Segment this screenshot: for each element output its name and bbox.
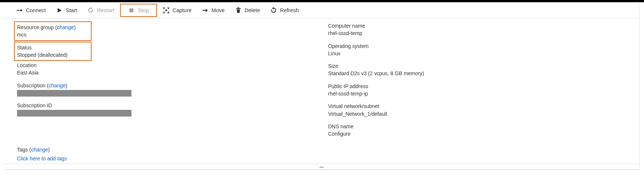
vnet-label: Virtual network/subnet	[328, 102, 640, 110]
capture-icon	[163, 7, 169, 14]
start-label: Start	[66, 7, 77, 13]
location-prop: Location East Asia	[17, 62, 328, 77]
computer-name-prop: Computer name rhel-sssd-temp	[328, 22, 640, 37]
size-value: Standard D2s v3 (2 vcpus, 8 GB memory)	[328, 70, 640, 77]
move-button[interactable]: Move	[198, 4, 229, 17]
public-ip-value[interactable]: rhel-sssd-temp-ip	[328, 90, 640, 97]
subscription-label-text: Subscription	[17, 83, 45, 88]
subscription-id-value-redacted	[17, 110, 131, 116]
resource-group-value[interactable]: mcs	[17, 31, 91, 38]
chevron-up-icon: ︽	[319, 163, 324, 169]
status-label: Status	[17, 44, 91, 51]
location-label: Location	[17, 62, 328, 69]
refresh-button[interactable]: Refresh	[266, 4, 303, 17]
dns-label: DNS name	[328, 123, 640, 130]
subscription-value-redacted	[17, 90, 131, 97]
restart-icon	[88, 7, 94, 14]
subscription-id-label: Subscription ID	[17, 102, 328, 109]
tags-label-row: Tags (change)	[17, 147, 639, 153]
resource-group-label: Resource group (change)	[17, 24, 91, 31]
capture-button[interactable]: Capture	[158, 4, 196, 17]
os-label: Operating system	[328, 42, 640, 50]
overview-content: Resource group (change) mcs Status Stopp…	[4, 18, 639, 144]
subscription-change-link[interactable]: change	[49, 83, 66, 88]
refresh-icon	[270, 7, 277, 14]
os-value: Linux	[328, 50, 640, 57]
restart-label: Restart	[97, 7, 114, 13]
public-ip-label: Public IP address	[328, 83, 640, 90]
location-value: East Asia	[17, 69, 328, 76]
move-label: Move	[212, 7, 225, 13]
capture-label: Capture	[172, 7, 192, 13]
resource-group-highlight: Resource group (change) mcs	[14, 21, 92, 41]
connect-label: Connect	[26, 7, 46, 13]
delete-button[interactable]: Delete	[230, 4, 264, 17]
public-ip-prop: Public IP address rhel-sssd-temp-ip	[328, 83, 640, 98]
computer-name-value: rhel-sssd-temp	[328, 29, 640, 37]
delete-label: Delete	[244, 7, 260, 13]
right-column: Computer name rhel-sssd-temp Operating s…	[328, 21, 640, 143]
subscription-label: Subscription (change)	[17, 82, 328, 89]
status-prop: Status Stopped (deallocated)	[17, 44, 91, 59]
resource-group-prop: Resource group (change) mcs	[17, 24, 91, 39]
restart-button: Restart	[83, 4, 119, 17]
dns-prop: DNS name Configure	[328, 123, 640, 138]
add-tags-link[interactable]: Click here to add tags	[17, 156, 639, 161]
resource-group-label-text: Resource group	[17, 24, 54, 30]
subscription-prop: Subscription (change)	[17, 82, 328, 97]
computer-name-label: Computer name	[328, 22, 640, 29]
size-label: Size	[328, 62, 640, 70]
delete-icon	[235, 7, 242, 14]
resource-group-change-link[interactable]: change	[57, 24, 74, 30]
tags-label: Tags	[17, 147, 28, 153]
stop-button: Stop	[120, 4, 157, 17]
vm-toolbar: Connect Start Restart Stop Capture	[4, 2, 639, 18]
collapse-bar[interactable]: ︽	[4, 164, 639, 170]
move-icon	[202, 7, 209, 14]
vnet-prop: Virtual network/subnet Virtual_Network_1…	[328, 102, 640, 118]
connect-button[interactable]: Connect	[12, 4, 50, 17]
os-prop: Operating system Linux	[328, 42, 640, 58]
stop-label: Stop	[138, 7, 149, 13]
tags-section: Tags (change) Click here to add tags	[4, 144, 639, 164]
stop-icon	[128, 7, 135, 14]
refresh-label: Refresh	[280, 7, 299, 13]
status-value: Stopped (deallocated)	[17, 51, 91, 59]
size-prop: Size Standard D2s v3 (2 vcpus, 8 GB memo…	[328, 62, 640, 77]
dns-value[interactable]: Configure	[328, 130, 640, 137]
left-column: Resource group (change) mcs Status Stopp…	[4, 21, 328, 143]
vnet-value[interactable]: Virtual_Network_1/default	[328, 110, 640, 118]
status-highlight: Status Stopped (deallocated)	[14, 42, 92, 61]
tags-change-link[interactable]: change	[31, 147, 48, 153]
start-button[interactable]: Start	[52, 4, 82, 17]
play-icon	[56, 7, 63, 14]
svg-rect-0	[130, 8, 134, 12]
subscription-id-prop: Subscription ID	[17, 102, 328, 116]
connect-icon	[16, 7, 23, 14]
